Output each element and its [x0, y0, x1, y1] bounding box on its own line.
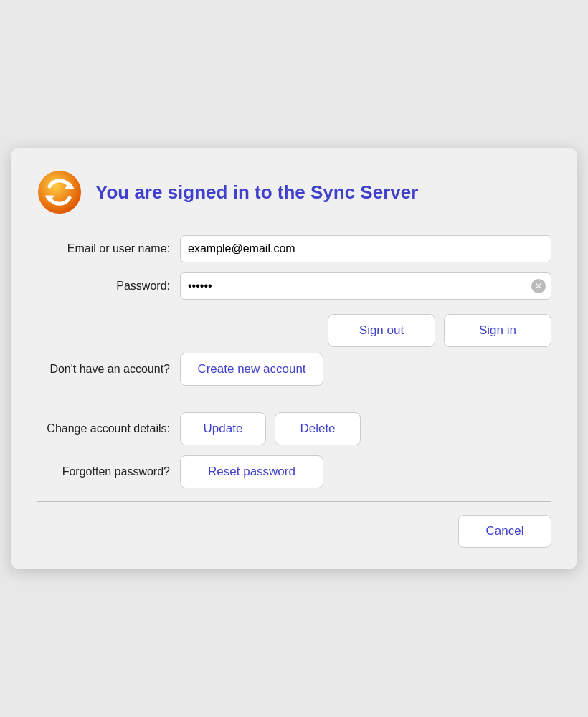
cancel-button[interactable]: Cancel [458, 515, 551, 548]
change-account-row: Change account details: Update Delete [37, 412, 551, 445]
password-wrapper: ✕ [180, 272, 551, 300]
reset-password-button[interactable]: Reset password [180, 455, 323, 488]
form-section: Email or user name: Password: ✕ [37, 235, 551, 300]
email-row: Email or user name: [37, 235, 551, 262]
account-buttons-group: Update Delete [180, 412, 361, 445]
password-label: Password: [37, 280, 180, 293]
divider-bottom [37, 501, 551, 502]
dialog-header: You are signed in to the Sync Server [37, 169, 551, 215]
delete-button[interactable]: Delete [275, 412, 361, 445]
clear-password-button[interactable]: ✕ [531, 279, 546, 293]
email-input[interactable] [180, 235, 551, 262]
create-account-prompt: Don't have an account? [37, 363, 180, 376]
sync-icon [37, 169, 82, 215]
cancel-row: Cancel [37, 515, 551, 548]
svg-point-0 [38, 171, 81, 214]
create-account-button[interactable]: Create new account [180, 353, 323, 386]
forgotten-password-row: Forgotten password? Reset password [37, 455, 551, 488]
update-button[interactable]: Update [180, 412, 266, 445]
create-account-row: Don't have an account? Create new accoun… [37, 353, 551, 386]
password-row: Password: ✕ [37, 272, 551, 300]
sync-dialog: You are signed in to the Sync Server Ema… [11, 148, 577, 569]
header-title: You are signed in to the Sync Server [95, 181, 418, 204]
auth-buttons-row: Sign out Sign in [37, 314, 551, 347]
divider-top [37, 399, 551, 399]
change-account-label: Change account details: [37, 422, 180, 435]
password-input[interactable] [180, 272, 551, 300]
sign-in-button[interactable]: Sign in [444, 314, 551, 347]
email-label: Email or user name: [37, 242, 180, 255]
sign-out-button[interactable]: Sign out [328, 314, 435, 347]
forgotten-label: Forgotten password? [37, 465, 180, 478]
